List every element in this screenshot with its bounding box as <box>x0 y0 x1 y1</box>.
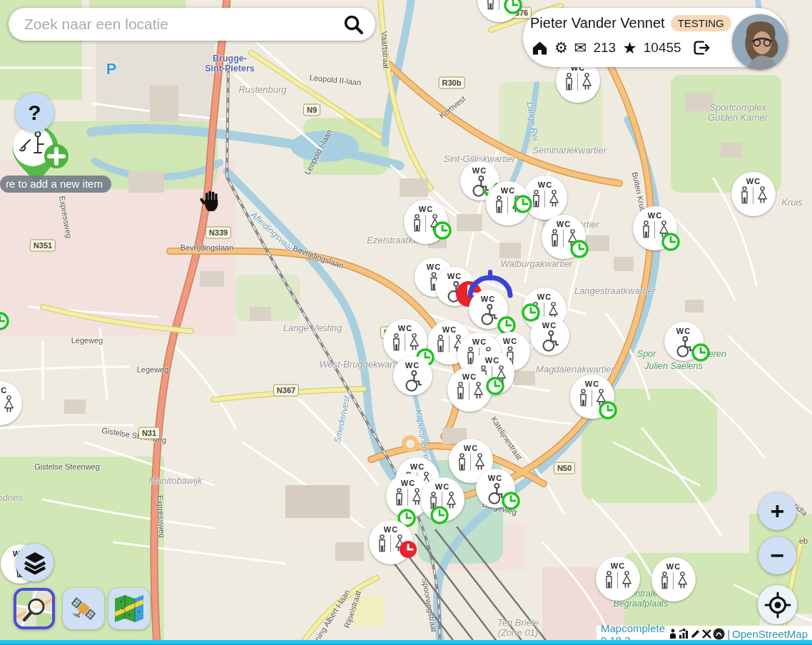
search-input[interactable] <box>23 15 342 34</box>
bottom-accent-bar <box>0 640 812 645</box>
home-icon[interactable] <box>532 40 548 56</box>
map-marker-toilet[interactable]: WC <box>393 356 432 395</box>
basemap-style-osm-button[interactable] <box>14 588 55 629</box>
hand-cursor-icon <box>199 190 223 218</box>
user-avatar[interactable] <box>732 14 788 70</box>
messages-icon[interactable]: ✉ <box>574 41 587 56</box>
map-marker-toilet[interactable]: WC <box>523 176 567 220</box>
map-marker-toilet[interactable]: WC <box>542 215 586 259</box>
road-shield: N339 <box>205 227 231 239</box>
openstreetmap-link[interactable]: OpenStreetMap <box>732 628 808 640</box>
map-marker-toilet[interactable]: WC <box>435 267 474 306</box>
map-marker-toilet[interactable]: WC <box>570 375 614 419</box>
layers-button[interactable] <box>16 544 54 581</box>
map-marker-toilet[interactable]: WC <box>383 319 427 363</box>
road-shield: N31 <box>138 427 160 440</box>
map-marker-toilet[interactable]: WC <box>664 322 704 361</box>
changesets-count: 10455 <box>644 40 681 56</box>
add-item-tooltip: re to add a new item <box>0 176 111 193</box>
user-name[interactable]: Pieter Vander Vennet <box>530 15 665 31</box>
help-button[interactable]: ? <box>15 93 54 132</box>
road-shield: N367 <box>273 385 299 397</box>
basemap-style-satellite-button[interactable] <box>63 588 104 629</box>
zoom-in-button[interactable]: + <box>758 492 796 530</box>
basemap-style-map-button[interactable] <box>108 588 150 629</box>
geolocate-button[interactable] <box>758 585 797 624</box>
pencil-icon <box>690 629 701 639</box>
location-search-bar <box>9 8 375 41</box>
attribution-icons[interactable] <box>669 628 725 640</box>
zoom-out-button[interactable]: − <box>758 537 796 574</box>
map-marker-toilet[interactable]: WC <box>633 206 677 250</box>
logout-icon[interactable] <box>692 39 711 56</box>
road-shield: N351 <box>30 240 56 252</box>
map-marker-toilet[interactable]: WC <box>447 367 492 412</box>
search-icon[interactable] <box>342 13 365 36</box>
road-shield: N9 <box>303 104 320 116</box>
star-icon[interactable]: ★ <box>622 40 637 56</box>
road-shield: N50 <box>554 462 575 474</box>
map-marker-toilet[interactable]: WC <box>530 316 569 355</box>
mangrove-icon <box>713 628 725 640</box>
messages-count: 213 <box>593 40 616 56</box>
josm-icon <box>701 629 712 639</box>
attribution-separator: | <box>727 628 730 640</box>
map-marker-toilet[interactable]: WC <box>596 557 640 601</box>
map-marker-toilet[interactable]: WC <box>731 172 776 216</box>
testing-badge: TESTING <box>671 15 731 31</box>
mapcomplete-app: Brugge- Sint-PietersPRustenburgVaartstra… <box>0 0 812 645</box>
map-marker-toilet[interactable]: WC <box>404 200 448 244</box>
gear-icon[interactable]: ⚙ <box>554 41 568 56</box>
road-shield: R30b <box>439 77 465 89</box>
statistics-icon <box>679 629 689 639</box>
map-marker-toilet[interactable]: WC <box>651 557 696 601</box>
map-marker-toilet[interactable]: WC <box>369 520 413 564</box>
map-marker-toilet[interactable]: WC <box>469 290 508 329</box>
map-marker-toilet[interactable]: WC <box>476 469 515 508</box>
map-marker-toilet[interactable]: WC <box>486 181 530 225</box>
user-stats-icon <box>669 629 678 639</box>
map-marker-toilet[interactable]: WC <box>420 477 465 522</box>
